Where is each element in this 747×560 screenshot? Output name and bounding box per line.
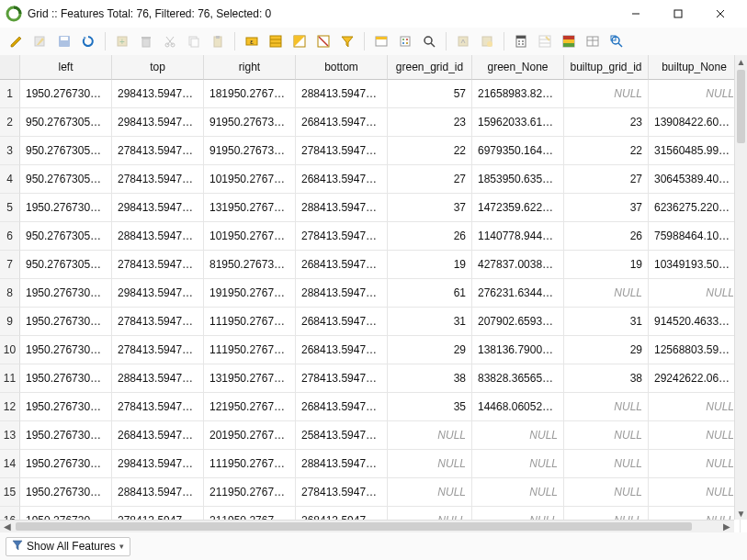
cell-right[interactable]: 101950.2767305…	[204, 165, 296, 194]
cell-bottom[interactable]: 278413.5947953…	[296, 478, 388, 507]
cell-right[interactable]: 121950.2767305…	[204, 393, 296, 421]
cell-top[interactable]: 278413.5947953…	[112, 137, 204, 165]
cell-left[interactable]: 950.27673051…	[20, 137, 112, 165]
cell-builtup_grid_id[interactable]: 37	[564, 194, 649, 222]
cell-green_grid_id[interactable]: 19	[388, 251, 472, 279]
edit-pencil-button[interactable]	[6, 30, 28, 52]
cell-top[interactable]: 278413.5947953…	[112, 393, 204, 421]
maximize-button[interactable]	[657, 0, 699, 28]
column-header-left[interactable]: left	[20, 55, 112, 80]
field-calc-button[interactable]	[510, 30, 532, 52]
row-number[interactable]: 7	[0, 251, 20, 279]
cell-right[interactable]: 91950.27673051…	[204, 137, 296, 165]
cell-builtup_None[interactable]: NULL	[649, 80, 741, 108]
scroll-down-arrow-icon[interactable]: ▼	[735, 507, 747, 520]
row-number[interactable]: 15	[0, 478, 20, 507]
cell-builtup_grid_id[interactable]: NULL	[564, 421, 649, 450]
cell-top[interactable]: 268413.5947953…	[112, 421, 204, 450]
cell-left[interactable]: 1950.2767305…	[20, 478, 112, 507]
cell-builtup_grid_id[interactable]: 31	[564, 308, 649, 336]
cell-bottom[interactable]: 268413.5947953…	[296, 165, 388, 194]
cell-left[interactable]: 1950.2767305…	[20, 421, 112, 450]
scroll-left-arrow-icon[interactable]: ◀	[0, 521, 15, 532]
cell-top[interactable]: 278413.5947953…	[112, 251, 204, 279]
cell-green_None[interactable]: 1472359.622126…	[472, 194, 564, 222]
cell-left[interactable]: 1950.2767305…	[20, 279, 112, 308]
cell-left[interactable]: 1950.2767305…	[20, 393, 112, 421]
cell-top[interactable]: 278413.5947953…	[112, 336, 204, 364]
row-header-corner[interactable]	[0, 55, 20, 80]
cell-builtup_grid_id[interactable]: NULL	[564, 393, 649, 421]
cell-right[interactable]: 111950.2767305…	[204, 450, 296, 478]
cell-green_None[interactable]: 83828.36565011…	[472, 364, 564, 393]
cell-builtup_grid_id[interactable]: NULL	[564, 478, 649, 507]
cell-top[interactable]: 288413.5947953…	[112, 478, 204, 507]
row-number[interactable]: 10	[0, 336, 20, 364]
select-all-button[interactable]	[265, 30, 287, 52]
cell-green_None[interactable]: 427837.0038470…	[472, 251, 564, 279]
cell-green_grid_id[interactable]: 61	[388, 279, 472, 308]
cell-left[interactable]: 1950.2767305…	[20, 308, 112, 336]
cell-left[interactable]: 1950.2767305…	[20, 336, 112, 364]
cell-builtup_None[interactable]: 914520.4633368…	[649, 308, 741, 336]
cell-green_grid_id[interactable]: NULL	[388, 450, 472, 478]
cell-left[interactable]: 950.27673051…	[20, 222, 112, 251]
column-header-builtup_grid_id[interactable]: builtup_grid_id	[564, 55, 649, 80]
cell-green_None[interactable]: 1140778.944095…	[472, 222, 564, 251]
row-number[interactable]: 8	[0, 279, 20, 308]
filter-form-button[interactable]	[394, 30, 416, 52]
cell-builtup_None[interactable]: 13908422.60704…	[649, 108, 741, 137]
cell-builtup_None[interactable]: NULL	[649, 450, 741, 478]
cell-green_None[interactable]: 1853950.635000…	[472, 165, 564, 194]
cell-bottom[interactable]: 288413.5947953…	[296, 80, 388, 108]
dock-button[interactable]	[606, 30, 628, 52]
cell-green_None[interactable]: NULL	[472, 450, 564, 478]
cell-builtup_None[interactable]: NULL	[649, 279, 741, 308]
cell-builtup_grid_id[interactable]: NULL	[564, 279, 649, 308]
zoom-to-selected-button[interactable]	[418, 30, 440, 52]
cell-builtup_None[interactable]: 29242622.06633…	[649, 364, 741, 393]
row-number[interactable]: 5	[0, 194, 20, 222]
cell-right[interactable]: 111950.2767305…	[204, 336, 296, 364]
cell-left[interactable]: 1950.2767305…	[20, 80, 112, 108]
cell-builtup_None[interactable]: 75988464.10649…	[649, 222, 741, 251]
cell-builtup_grid_id[interactable]: NULL	[564, 80, 649, 108]
cell-bottom[interactable]: 278413.5947953…	[296, 222, 388, 251]
expr-select-button[interactable]: ε	[241, 30, 263, 52]
cell-green_grid_id[interactable]: NULL	[388, 421, 472, 450]
cell-bottom[interactable]: 268413.5947953…	[296, 251, 388, 279]
cell-green_None[interactable]: NULL	[472, 421, 564, 450]
cell-left[interactable]: 950.27673051…	[20, 108, 112, 137]
row-number[interactable]: 9	[0, 308, 20, 336]
cell-builtup_None[interactable]: NULL	[649, 421, 741, 450]
deselect-all-button[interactable]	[312, 30, 334, 52]
cell-top[interactable]: 298413.5947953…	[112, 108, 204, 137]
row-number[interactable]: 3	[0, 137, 20, 165]
cell-builtup_None[interactable]: NULL	[649, 393, 741, 421]
cell-right[interactable]: 211950.2767305…	[204, 478, 296, 507]
cell-builtup_grid_id[interactable]: 22	[564, 137, 649, 165]
cell-right[interactable]: 131950.2767305…	[204, 364, 296, 393]
cell-bottom[interactable]: 268413.5947953…	[296, 108, 388, 137]
row-number[interactable]: 12	[0, 393, 20, 421]
row-number[interactable]: 1	[0, 80, 20, 108]
cell-green_grid_id[interactable]: 23	[388, 108, 472, 137]
cell-right[interactable]: 81950.27673051…	[204, 251, 296, 279]
column-header-green_None[interactable]: green_None	[472, 55, 564, 80]
cell-top[interactable]: 298413.5947953…	[112, 279, 204, 308]
horizontal-scrollbar[interactable]: ◀ ▶	[0, 520, 734, 532]
cell-green_None[interactable]: 6979350.164590…	[472, 137, 564, 165]
cell-green_grid_id[interactable]: 57	[388, 80, 472, 108]
scroll-right-arrow-icon[interactable]: ▶	[719, 521, 734, 532]
close-button[interactable]	[699, 0, 741, 28]
cell-green_None[interactable]: 207902.6593238…	[472, 308, 564, 336]
cell-builtup_None[interactable]: 30645389.40199…	[649, 165, 741, 194]
cell-green_grid_id[interactable]: 35	[388, 393, 472, 421]
row-number[interactable]: 4	[0, 165, 20, 194]
cell-builtup_grid_id[interactable]: NULL	[564, 450, 649, 478]
cell-green_None[interactable]: 276231.6344655…	[472, 279, 564, 308]
cell-green_grid_id[interactable]: 22	[388, 137, 472, 165]
cell-green_None[interactable]: 21658983.82321…	[472, 80, 564, 108]
cell-builtup_grid_id[interactable]: 29	[564, 336, 649, 364]
cell-left[interactable]: 1950.2767305…	[20, 194, 112, 222]
